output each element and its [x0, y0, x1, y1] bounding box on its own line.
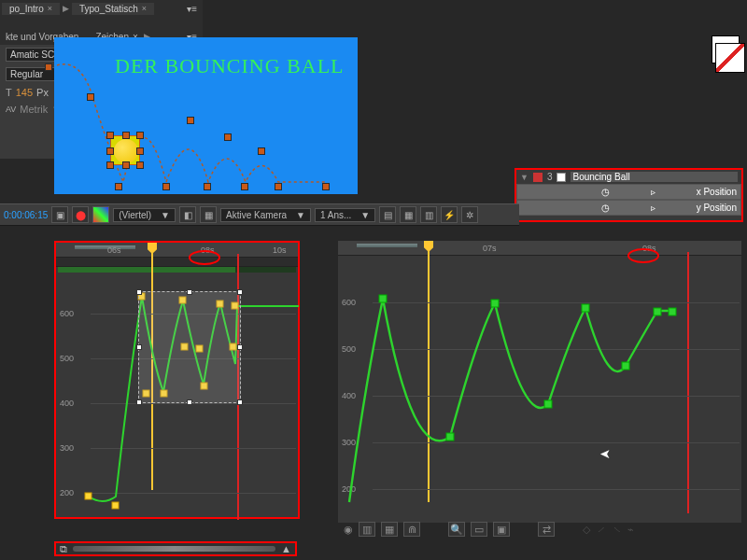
zoom-slider[interactable] — [73, 546, 275, 552]
graph-grid: 600 500 400 300 200 — [340, 269, 740, 521]
channels-icon[interactable]: ⬤ — [72, 206, 89, 223]
close-icon[interactable]: × — [142, 4, 147, 13]
zoom-icon[interactable]: 🔍 — [448, 522, 465, 537]
graph-type-icon[interactable]: ▥ — [359, 522, 375, 537]
composition-viewport[interactable]: DER BOUNCING BALL — [54, 37, 358, 194]
fit-icon[interactable]: ▭ — [471, 522, 487, 537]
selection-marquee — [138, 291, 241, 403]
snapshot-icon[interactable]: ▣ — [51, 206, 68, 223]
time-ruler[interactable]: 06s 08s 10s — [56, 243, 298, 258]
graph-editor-toolbar: ◉ ▥ ▦ ⋒ 🔍 ▭ ▣ ⇄ ◇ ⟋⟍ ⌁ — [338, 521, 741, 538]
fast-preview-icon[interactable]: ⚡ — [441, 206, 458, 223]
layer-row[interactable]: ▼ 3 Bouncing Ball — [516, 170, 741, 184]
layer-name[interactable]: Bouncing Ball — [571, 172, 738, 182]
views-select[interactable]: 1 Ans...▼ — [315, 208, 375, 222]
toggle-icon[interactable]: ◧ — [179, 206, 196, 223]
mouse-cursor-icon: ➤ — [599, 446, 611, 461]
project-tabs: po_Intro× ▶ Typo_Statisch× — [0, 0, 154, 17]
show-transform-box-button[interactable]: ▦ — [381, 522, 398, 537]
camera-select[interactable]: Aktive Kamera▼ — [220, 208, 311, 222]
graph-editor-main[interactable]: 07s 08s 600 500 400 300 200 — [338, 241, 741, 523]
edit-keyframe-icon: ◇ — [583, 524, 590, 536]
stopwatch-icon[interactable]: ◷ — [601, 203, 610, 213]
separate-dimensions-icon[interactable]: ⇄ — [538, 522, 555, 537]
grid-icon[interactable]: ▦ — [400, 206, 416, 223]
viewer-toolbar: 0:00:06:15 ▣ ⬤ (Viertel)▼ ◧ ▦ Aktive Kam… — [0, 203, 519, 226]
timeline-layer-outline: ▼ 3 Bouncing Ball ◷▹x Position ◷▹y Posit… — [514, 168, 743, 222]
property-x-position[interactable]: ◷▹x Position — [516, 184, 741, 200]
timecode-display[interactable]: 0:00:06:15 — [4, 210, 48, 220]
timeline-zoom-bar[interactable]: ⧉ ▲ — [54, 541, 297, 556]
exposure-icon[interactable]: ✲ — [461, 206, 478, 223]
highlight-time-marker — [189, 250, 220, 265]
font-size-field[interactable]: 145 — [16, 87, 33, 98]
chevron-right-icon: ▶ — [63, 4, 69, 13]
pixel-aspect-icon[interactable]: ▥ — [420, 206, 437, 223]
comp-text-layer: DER BOUNCING BALL — [115, 54, 345, 78]
mountain-icon[interactable]: ▲ — [281, 543, 291, 554]
highlight-time-marker — [627, 248, 659, 263]
kerning-field[interactable]: Metrik — [20, 104, 48, 115]
guides-icon[interactable]: ▦ — [200, 206, 217, 223]
toggle-switches-icon[interactable]: ⧉ — [60, 543, 67, 555]
fit-all-icon[interactable]: ▣ — [493, 522, 510, 537]
snap-icon[interactable]: ⋒ — [403, 522, 420, 537]
ball-layer[interactable] — [110, 135, 140, 165]
color-swatch[interactable] — [712, 35, 740, 63]
easy-ease-icon: ⌁ — [627, 524, 634, 536]
panel-menu-icon[interactable]: ▾≡ — [187, 4, 197, 14]
tab-intro[interactable]: po_Intro× — [2, 3, 60, 15]
channels-icon[interactable] — [92, 206, 109, 223]
eye-icon[interactable]: ◉ — [344, 524, 353, 536]
close-icon[interactable]: × — [48, 4, 52, 13]
property-y-position[interactable]: ◷▹y Position — [516, 200, 741, 216]
stopwatch-icon[interactable]: ◷ — [601, 187, 610, 197]
share-icon[interactable]: ▤ — [379, 206, 396, 223]
time-ruler[interactable]: 07s 08s — [338, 241, 741, 256]
graph-editor-zoomed[interactable]: 06s 08s 10s 600 500 400 300 200 — [54, 241, 300, 519]
tab-typo[interactable]: Typo_Statisch× — [72, 3, 154, 15]
resolution-select[interactable]: (Viertel)▼ — [113, 208, 176, 222]
